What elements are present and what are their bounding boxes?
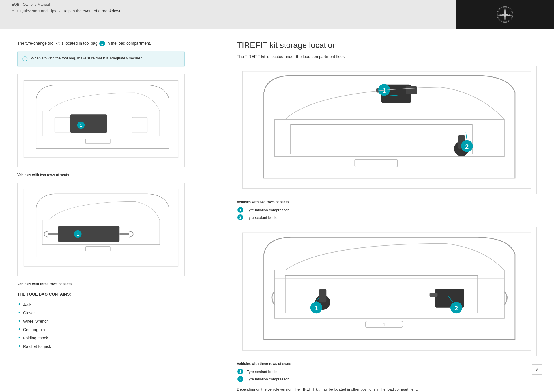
main-content: The tyre-change tool kit is located in t… xyxy=(0,29,554,392)
svg-text:2: 2 xyxy=(465,143,469,150)
breadcrumb-link-quickstart[interactable]: Quick start and Tips xyxy=(20,9,56,13)
legend2-badge-1: 1 xyxy=(237,369,243,374)
svg-rect-19 xyxy=(85,247,110,251)
breadcrumb-current: Help in the event of a breakdown xyxy=(62,9,121,13)
svg-rect-24 xyxy=(406,86,417,94)
tirefit-car-2: 1 2 1 xyxy=(237,227,536,356)
svg-text:2: 2 xyxy=(454,305,458,312)
logo-area xyxy=(456,0,554,29)
svg-rect-34 xyxy=(355,159,397,167)
tool-bag-list: Jack Gloves Wheel wrench Centring pin Fo… xyxy=(17,300,185,351)
legend-badge-2: 2 xyxy=(237,214,243,220)
list-item: Wheel wrench xyxy=(17,317,185,326)
section-title: TIREFIT kit storage location xyxy=(237,40,537,50)
badge-1: 1 xyxy=(99,41,105,46)
tirefit-diagram1-caption: Vehicles with two rows of seats xyxy=(237,200,537,204)
legend-badge-1: 1 xyxy=(237,207,243,213)
list-item: Folding chock xyxy=(17,334,185,342)
column-divider xyxy=(208,40,208,392)
legend1-text-1: Tyre inflation compressor xyxy=(247,208,289,212)
legend1-item2: 2 Tyre sealant bottle xyxy=(237,214,537,220)
info-box-text: When stowing the tool bag, make sure tha… xyxy=(31,55,143,61)
svg-rect-8 xyxy=(55,117,70,133)
info-icon: ⓘ xyxy=(22,56,27,63)
tirefit-car-1: 1 2 xyxy=(237,66,536,194)
diagram-three-rows: 1 xyxy=(17,183,185,276)
breadcrumb-separator-1: › xyxy=(17,8,18,14)
svg-rect-12 xyxy=(85,139,110,144)
breadcrumb-separator-2: › xyxy=(59,8,60,14)
page-header: EQB - Owner's Manual ⌂ › Quick start and… xyxy=(0,0,554,29)
car-diagram-2: 1 xyxy=(18,183,184,276)
svg-rect-14 xyxy=(58,226,119,242)
svg-rect-9 xyxy=(132,117,147,133)
legend2-item2: 2 Tyre inflation compressor xyxy=(237,376,537,382)
legend2-text-2: Tyre inflation compressor xyxy=(247,377,289,381)
tool-bag-heading: THE TOOL BAG CONTAINS: xyxy=(17,292,185,296)
svg-rect-40 xyxy=(319,289,326,302)
scroll-top-button[interactable]: ∧ xyxy=(532,364,542,375)
note-text: Depending on the vehicle version, the TI… xyxy=(237,387,537,392)
svg-line-32 xyxy=(466,132,467,140)
tirefit-diagram-1: 1 2 xyxy=(237,66,537,194)
diagram1-caption: Vehicles with two rows of seats xyxy=(17,173,185,177)
list-item: Centring pin xyxy=(17,326,185,334)
svg-text:1: 1 xyxy=(77,232,79,236)
car-diagram-1: 1 xyxy=(18,74,184,167)
info-box: ⓘ When stowing the tool bag, make sure t… xyxy=(17,51,185,67)
legend2-badge-2: 2 xyxy=(237,376,243,382)
section-subtitle: The TIREFIT kit is located under the loa… xyxy=(237,54,537,60)
list-item: Gloves xyxy=(17,309,185,317)
intro-paragraph: The tyre-change tool kit is located in t… xyxy=(17,40,185,46)
legend1-item1: 1 Tyre inflation compressor xyxy=(237,207,537,213)
list-item: Ratchet for jack xyxy=(17,342,185,351)
legend2-text-1: Tyre sealant bottle xyxy=(247,369,277,374)
tirefit-diagram2-caption: Vehicles with three rows of seats xyxy=(237,362,537,366)
svg-text:1: 1 xyxy=(315,305,318,312)
svg-rect-21 xyxy=(291,124,472,154)
left-column: The tyre-change tool kit is located in t… xyxy=(17,40,185,392)
svg-rect-45 xyxy=(430,293,438,297)
svg-rect-35 xyxy=(243,233,531,350)
diagram-two-rows: 1 xyxy=(17,74,185,167)
legend2-item1: 1 Tyre sealant bottle xyxy=(237,369,537,374)
diagram2-caption: Vehicles with three rows of seats xyxy=(17,282,185,286)
home-icon[interactable]: ⌂ xyxy=(12,8,14,14)
list-item: Jack xyxy=(17,300,185,309)
svg-text:1: 1 xyxy=(383,322,385,328)
svg-text:1: 1 xyxy=(80,123,82,128)
mercedes-logo xyxy=(496,6,514,23)
legend1-text-2: Tyre sealant bottle xyxy=(247,215,277,220)
right-column: TIREFIT kit storage location The TIREFIT… xyxy=(231,40,537,392)
tirefit-diagram-2: 1 2 1 xyxy=(237,227,537,356)
svg-rect-4 xyxy=(70,114,107,133)
